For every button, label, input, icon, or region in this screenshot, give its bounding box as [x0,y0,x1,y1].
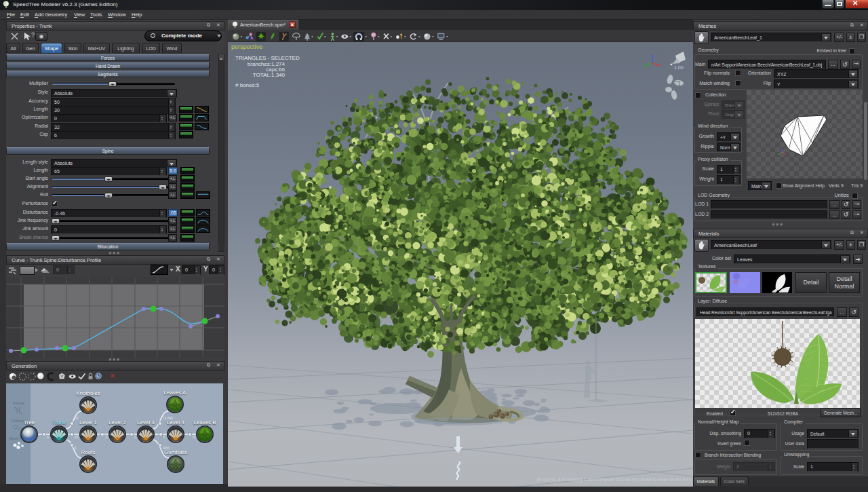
svg-text:4: 4 [47,435,49,439]
svg-text:?: ? [31,31,35,38]
svg-text:28: 28 [75,435,79,439]
svg-text:1.00: 1.00 [674,65,684,70]
